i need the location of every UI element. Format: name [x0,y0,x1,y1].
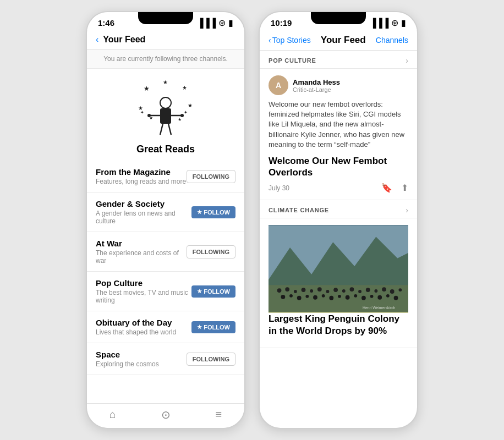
chevron-left-icon: ‹ [96,35,98,45]
time-left: 1:46 [98,18,114,28]
subtitle-text: You are currently following three channe… [103,55,228,63]
left-screen: 1:46 ▐▐▐ ⊛ ▮ ‹ Your Feed You are current… [87,12,244,428]
svg-point-47 [377,295,382,300]
top-stories-label: Top Stories [272,36,311,45]
channel-item-from-magazine: From the Magazine Features, long reads a… [87,161,244,193]
pop-culture-section-header[interactable]: POP CULTURE › [260,51,417,69]
svg-point-38 [305,295,309,298]
channel-name: From the Magazine [96,167,187,177]
follow-button-obituary[interactable]: ★ FOLLOW [191,321,235,333]
svg-point-39 [313,295,317,300]
svg-point-27 [342,290,346,293]
svg-point-31 [374,290,377,293]
svg-point-34 [398,289,402,292]
right-feed-title: Your Feed [321,35,366,46]
star-icon: ★ [197,324,202,330]
channel-item-space: Space Exploring the cosmos FOLLOWING [87,343,244,375]
section-title-climate: CLIMATE CHANGE [269,207,329,213]
bookmark-icon[interactable]: 🔖 [381,183,392,193]
svg-point-19 [277,289,282,293]
author-name: Amanda Hess [293,78,340,86]
svg-rect-9 [160,108,171,124]
search-tab-icon[interactable]: ⊙ [161,408,171,421]
channel-name: Obituary of the Day [96,318,191,327]
svg-point-29 [358,290,361,294]
svg-point-41 [329,296,333,300]
following-button-magazine[interactable]: FOLLOWING [187,170,235,183]
svg-text:Henri Weimerskirch: Henri Weimerskirch [363,306,396,310]
svg-point-24 [317,288,322,292]
svg-point-45 [361,296,366,300]
svg-text:★: ★ [188,102,193,108]
follow-button-pop[interactable]: ★ FOLLOW [191,285,235,298]
svg-point-26 [333,288,338,293]
svg-point-40 [322,294,325,298]
penguin-headline[interactable]: Largest King Penguin Colony in the World… [269,313,408,337]
channels-button[interactable]: Channels [376,36,408,45]
menu-tab-icon[interactable]: ≡ [215,408,222,421]
svg-point-49 [394,296,398,300]
svg-point-20 [285,288,289,292]
svg-point-23 [310,290,313,293]
back-button[interactable]: ‹ Your Feed [96,35,145,45]
svg-text:★: ★ [182,85,187,91]
channel-desc: A gender lens on news and culture [96,210,191,225]
channel-info: From the Magazine Features, long reads a… [96,167,187,185]
channel-info: Obituary of the Day Lives that shaped th… [96,318,191,336]
battery-icon-right: ▮ [401,18,406,28]
following-button-war[interactable]: FOLLOWING [187,245,235,258]
signal-icon-right: ▐▐▐ [370,18,388,28]
svg-point-48 [386,294,390,298]
right-screen: 10:19 ▐▐▐ ⊛ ▮ ‹ Top Stories Your Feed Ch… [260,12,417,428]
author-role: Critic-at-Large [293,86,340,93]
svg-line-11 [168,124,171,135]
home-tab-icon[interactable]: ⌂ [109,408,116,421]
author-row: A Amanda Hess Critic-at-Large [269,75,408,95]
svg-point-22 [302,288,306,293]
content-scroll[interactable]: POP CULTURE › A Amanda Hess Critic-at-La… [260,51,417,428]
channel-desc: Features, long reads and more [96,178,187,185]
left-phone: 1:46 ▐▐▐ ⊛ ▮ ‹ Your Feed You are current… [86,11,245,429]
author-details: Amanda Hess Critic-at-Large [293,78,340,93]
article-headline[interactable]: Welcome Our New Fembot Overlords [269,155,408,179]
svg-point-30 [366,288,370,293]
share-icon[interactable]: ⬆ [401,183,408,193]
status-icons-right: ▐▐▐ ⊛ ▮ [370,18,406,28]
article-card-penguin: Henri Weimerskirch Largest King Penguin … [260,218,417,348]
wifi-icon-right: ⊛ [391,18,398,28]
svg-text:★: ★ [163,80,168,85]
penguin-scene: Henri Weimerskirch [269,225,408,313]
channel-item-at-war: At War The experience and costs of war F… [87,232,244,272]
channel-desc: The best movies, TV and music writing [96,289,191,304]
top-stories-button[interactable]: ‹ Top Stories [269,36,311,45]
great-reads-label: Great Reads [136,144,195,155]
svg-point-21 [294,290,297,294]
svg-point-33 [390,290,395,294]
svg-point-7 [160,97,171,108]
channel-info: At War The experience and costs of war [96,239,187,265]
star-icon: ★ [197,288,202,294]
svg-text:★: ★ [178,117,182,122]
star-icon: ★ [197,209,202,215]
channel-item-pop-culture: Pop Culture The best movies, TV and musi… [87,272,244,311]
following-button-space[interactable]: FOLLOWING [187,353,235,366]
channel-name: Gender & Society [96,199,191,208]
follow-label: FOLLOW [204,324,230,331]
section-chevron-pop: › [406,56,408,65]
svg-text:★: ★ [144,85,150,92]
section-title-pop: POP CULTURE [269,57,316,64]
article-card-fembot: A Amanda Hess Critic-at-Large Welcome ou… [260,69,417,200]
channel-item-obituary: Obituary of the Day Lives that shaped th… [87,311,244,343]
follow-button-gender[interactable]: ★ FOLLOW [191,206,235,218]
climate-section-header[interactable]: CLIMATE CHANGE › [260,200,417,218]
channel-name: Pop Culture [96,278,191,288]
channel-info: Space Exploring the cosmos [96,350,187,368]
follow-label: FOLLOW [204,288,230,295]
svg-point-44 [354,294,357,298]
article-preview: Welcome our new fembot overlords: femini… [269,100,408,150]
svg-point-46 [370,295,374,298]
article-date: July 30 [269,184,289,192]
time-right: 10:19 [271,18,292,28]
great-reads-illustration: ★ ★ ★ ★ ★ ★ ★ [133,80,199,140]
notch [138,12,193,24]
